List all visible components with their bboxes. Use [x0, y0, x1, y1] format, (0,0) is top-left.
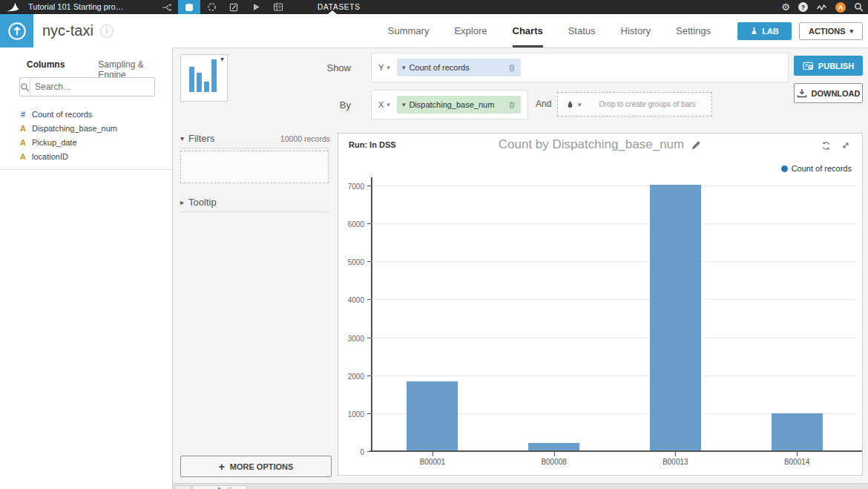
y-tick-label: 1000 — [348, 410, 364, 419]
flow-icon[interactable] — [156, 0, 178, 14]
filters-dropzone[interactable] — [180, 151, 329, 183]
y-tick-label: 4000 — [348, 296, 364, 304]
chart-title: Count by Dispatching_base_num — [499, 137, 684, 152]
y-tick-label: 2000 — [348, 373, 364, 381]
x-tick — [433, 452, 433, 456]
gridline — [372, 261, 858, 262]
tab-history[interactable]: History — [621, 14, 651, 47]
gear-icon[interactable]: ⚙ — [781, 2, 790, 12]
x-axis-selector[interactable]: X ▾ — [378, 100, 390, 109]
expand-icon[interactable] — [841, 141, 850, 151]
divider — [0, 169, 172, 170]
plus-icon: + — [219, 461, 225, 473]
y-tick-label: 5000 — [348, 258, 364, 266]
column-item-count-of-records[interactable]: # Count of records — [19, 107, 165, 121]
activity-icon[interactable] — [816, 4, 827, 11]
x-axis-label: B00014 — [784, 458, 809, 466]
dropzone-placeholder: Drop to create groups of bars — [599, 100, 696, 108]
lab-button[interactable]: LAB — [737, 22, 792, 40]
actions-button[interactable]: ACTIONS ▾ — [799, 22, 863, 40]
chart-plot: 01000200030004000500060007000B00001B0000… — [372, 177, 858, 452]
x-field-pill[interactable]: ▾ Dispatching_base_num — [397, 96, 521, 114]
y-tick-label: 6000 — [348, 220, 364, 229]
records-count: 10000 records — [280, 134, 330, 143]
search-icon[interactable] — [854, 2, 864, 12]
gridline — [372, 186, 858, 186]
x-axis-label: B00001 — [420, 458, 445, 466]
y-tick — [367, 413, 372, 414]
info-icon[interactable]: i — [100, 24, 114, 38]
breadcrumb-datasets[interactable]: DATASETS — [318, 0, 361, 14]
column-item-dispatching-base-num[interactable]: A Dispatching_base_num — [19, 121, 165, 135]
group-dropzone[interactable]: ▾ Drop to create groups of bars — [557, 92, 712, 116]
droplet-icon — [567, 100, 573, 108]
dataiku-logo-icon[interactable] — [4, 1, 21, 13]
numeric-type-icon: # — [19, 110, 27, 119]
chevron-down-icon: ▾ — [578, 101, 582, 108]
column-item-pickup-date[interactable]: A Pickup_date — [19, 135, 165, 149]
jobs-play-icon[interactable] — [245, 0, 267, 14]
legend-label: Count of records — [792, 164, 852, 173]
y-axis-selector[interactable]: Y ▾ — [378, 63, 390, 72]
refresh-icon[interactable] — [821, 141, 831, 151]
recipes-icon[interactable] — [200, 0, 223, 14]
x-tick — [675, 452, 676, 456]
topbar: Tutorial 101 Starting pro… DATASETS — [0, 0, 868, 14]
dataset-header: nyc-taxi i Summary Explore Charts Status… — [0, 14, 868, 48]
chart-legend[interactable]: Count of records — [781, 164, 852, 173]
avatar[interactable]: A — [835, 2, 846, 13]
trash-icon[interactable] — [508, 64, 516, 72]
y-tick — [367, 299, 372, 300]
y-tick — [367, 186, 372, 186]
column-list: # Count of records A Dispatching_base_nu… — [19, 107, 165, 163]
chart-thumbnail-tab[interactable] — [192, 485, 247, 489]
and-label: And — [536, 99, 551, 109]
dataset-tabs: Summary Explore Charts Status History Se… — [388, 14, 711, 47]
chevron-down-icon: ▾ — [849, 27, 853, 35]
tab-summary[interactable]: Summary — [388, 14, 430, 47]
publish-button[interactable]: PUBLISH — [794, 56, 863, 76]
y-tick-label: 0 — [360, 448, 364, 456]
tab-status[interactable]: Status — [568, 14, 596, 47]
tab-charts[interactable]: Charts — [513, 14, 543, 47]
bar — [407, 381, 458, 450]
filters-section-header[interactable]: ▾ Filters 10000 records — [180, 132, 330, 148]
help-icon[interactable]: ? — [798, 2, 808, 12]
content: Columns Sampling & Engine # Count of rec… — [0, 47, 868, 489]
y-tick — [367, 375, 372, 376]
trash-icon[interactable] — [508, 101, 516, 109]
y-tick — [367, 451, 372, 452]
tab-explore[interactable]: Explore — [454, 14, 487, 47]
chart-tabs-menu-button[interactable] — [174, 485, 191, 489]
columns-sidebar: Columns Sampling & Engine # Count of rec… — [0, 47, 173, 489]
caret-right-icon: ▸ — [180, 198, 184, 206]
top-nav — [156, 0, 289, 14]
search-input[interactable] — [30, 82, 154, 92]
x-tick — [554, 452, 555, 456]
topbar-right-icons: ⚙ ? A — [781, 0, 864, 14]
x-axis-row: X ▾ ▾ Dispatching_base_num — [371, 90, 528, 119]
column-item-locationid[interactable]: A locationID — [19, 149, 165, 163]
y-field-pill[interactable]: ▾ Count of records — [397, 59, 521, 76]
tab-settings[interactable]: Settings — [676, 14, 711, 47]
x-tick — [797, 452, 798, 456]
dashboards-icon[interactable] — [267, 0, 289, 14]
bar — [528, 443, 579, 450]
chart-type-picker[interactable]: ▾ — [180, 54, 228, 102]
publish-icon — [803, 62, 814, 70]
download-button[interactable]: DOWNLOAD — [794, 83, 863, 103]
more-options-button[interactable]: + MORE OPTIONS — [180, 456, 332, 477]
y-tick — [367, 261, 372, 262]
edit-pencil-icon[interactable] — [691, 140, 702, 151]
x-axis-label: B00013 — [662, 458, 688, 466]
y-tick-label: 7000 — [348, 183, 364, 191]
gridline — [372, 223, 858, 224]
tooltip-section-header[interactable]: ▸ Tooltip — [180, 196, 330, 212]
gridline — [372, 299, 858, 300]
project-title[interactable]: Tutorial 101 Starting pro… — [28, 0, 124, 14]
notebooks-icon[interactable] — [223, 0, 245, 14]
show-label: Show — [312, 62, 351, 73]
string-type-icon: A — [19, 124, 27, 133]
chevron-down-icon: ▾ — [387, 64, 390, 71]
datasets-icon[interactable] — [178, 0, 200, 14]
